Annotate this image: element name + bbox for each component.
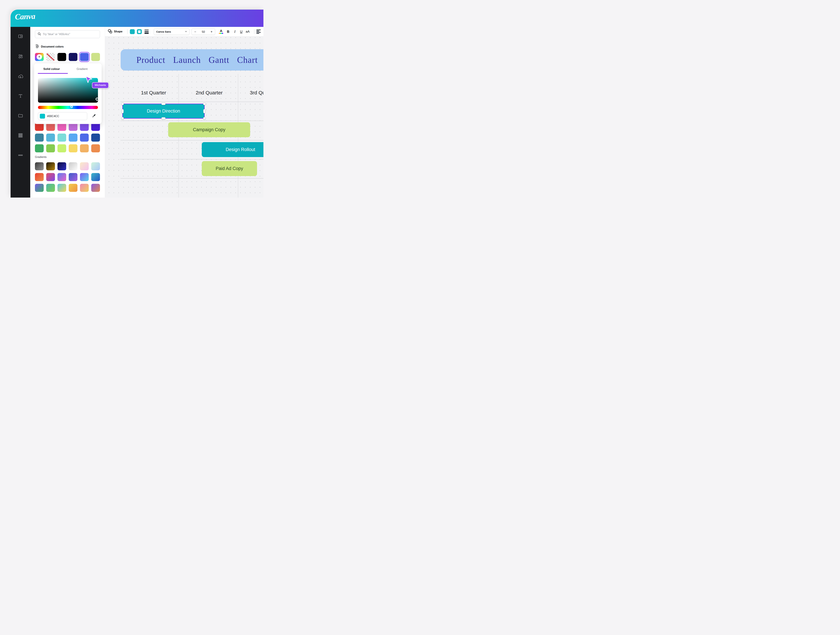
quarter-label-2[interactable]: 2nd Quarter <box>196 90 223 96</box>
gradient-swatch[interactable] <box>35 184 44 192</box>
shape-icon <box>108 29 112 34</box>
quarter-label-3[interactable]: 3rd Quarter <box>250 90 264 96</box>
font-selector[interactable]: Canva Sans <box>154 28 189 35</box>
row-line <box>120 178 264 178</box>
font-size-decrease-button[interactable]: − <box>192 30 199 34</box>
resize-handle[interactable] <box>122 109 124 113</box>
color-swatch[interactable] <box>91 144 100 152</box>
text-color-button[interactable]: A <box>219 29 223 34</box>
sidebar-item-apps[interactable] <box>17 132 24 139</box>
hue-slider[interactable] <box>38 106 98 109</box>
row-line <box>120 140 264 141</box>
gradient-swatch[interactable] <box>69 173 77 181</box>
sidebar-item-uploads[interactable] <box>17 73 24 81</box>
border-color-chip[interactable] <box>137 29 142 34</box>
resize-handle[interactable] <box>121 103 124 105</box>
hue-handle[interactable] <box>70 106 73 108</box>
task-bar-paid-ad-copy[interactable]: Paid Ad Copy <box>202 161 257 176</box>
eyedropper-button[interactable] <box>91 113 97 119</box>
font-size-increase-button[interactable]: + <box>208 30 215 34</box>
text-align-button[interactable] <box>256 30 261 34</box>
bold-button[interactable]: B <box>226 29 231 34</box>
tab-gradient[interactable]: Gradient <box>77 67 87 71</box>
color-swatch[interactable] <box>80 144 89 152</box>
gradient-swatch[interactable] <box>46 162 55 171</box>
add-color-button[interactable]: + <box>35 53 44 61</box>
align-icon <box>256 30 261 30</box>
resize-handle[interactable] <box>121 117 124 120</box>
color-swatch[interactable] <box>80 123 89 131</box>
document-color-swatch[interactable] <box>57 53 66 61</box>
gradient-swatch[interactable] <box>91 173 100 181</box>
gradient-swatch[interactable] <box>35 173 44 181</box>
sidebar-item-text[interactable] <box>17 93 24 100</box>
task-bar-design-rollout[interactable]: Design Rollout <box>202 142 264 157</box>
hex-value: #00C4CC <box>47 115 59 118</box>
document-color-swatch[interactable] <box>91 53 100 61</box>
gantt-title-banner[interactable]: Product Launch Gantt Chart <box>121 49 264 71</box>
hex-input[interactable]: #00C4CC <box>38 112 87 120</box>
gradient-swatch[interactable] <box>69 184 77 192</box>
resize-handle[interactable] <box>203 103 205 105</box>
color-swatch[interactable] <box>35 134 44 142</box>
color-swatch[interactable] <box>35 123 44 131</box>
underline-button[interactable]: U <box>239 29 244 34</box>
color-swatch[interactable] <box>46 144 55 152</box>
color-swatch[interactable] <box>80 134 89 142</box>
color-swatch[interactable] <box>69 123 77 131</box>
color-swatch[interactable] <box>57 123 66 131</box>
color-picker-popup: Solid colour Gradient #00C4CC <box>34 63 102 124</box>
transparent-swatch[interactable] <box>46 53 55 61</box>
color-swatch[interactable] <box>91 134 100 142</box>
document-color-swatch[interactable] <box>69 53 77 61</box>
sidebar-item-projects[interactable] <box>17 112 24 120</box>
font-size-value[interactable]: 50 <box>199 30 208 33</box>
document-color-swatch[interactable] <box>80 53 89 61</box>
shape-button[interactable]: Shape <box>108 27 123 36</box>
resize-handle[interactable] <box>161 117 166 119</box>
gradient-swatch[interactable] <box>57 162 66 171</box>
color-swatch[interactable] <box>57 144 66 152</box>
resize-handle[interactable] <box>203 117 205 120</box>
color-swatch[interactable] <box>91 123 100 131</box>
border-weight-button[interactable] <box>144 30 149 34</box>
picker-tabs: Solid colour Gradient <box>34 63 102 74</box>
text-case-button[interactable]: aA <box>245 29 250 34</box>
task-bar-campaign-copy[interactable]: Campaign Copy <box>168 122 250 137</box>
tab-solid-colour[interactable]: Solid colour <box>43 67 60 71</box>
design-canvas[interactable]: Product Launch Gantt Chart 1st Quarter 2… <box>105 36 264 197</box>
gradient-swatch[interactable] <box>46 184 55 192</box>
gradient-swatch[interactable] <box>80 184 89 192</box>
quarter-label-1[interactable]: 1st Quarter <box>141 90 166 96</box>
gradient-swatch[interactable] <box>80 173 89 181</box>
gradient-swatch[interactable] <box>69 162 77 171</box>
color-swatch[interactable] <box>46 123 55 131</box>
gradient-swatch[interactable] <box>80 162 89 171</box>
gradient-swatch[interactable] <box>91 162 100 171</box>
color-swatch[interactable] <box>57 134 66 142</box>
italic-button[interactable]: I <box>232 29 237 34</box>
sidebar-item-design[interactable] <box>17 33 24 40</box>
search-input[interactable] <box>43 33 100 36</box>
fill-color-chip[interactable] <box>130 29 135 34</box>
border-weight-icon <box>144 30 149 30</box>
sidebar-item-elements[interactable] <box>17 53 24 60</box>
color-swatch[interactable] <box>69 134 77 142</box>
resize-handle[interactable] <box>161 103 166 105</box>
color-swatch[interactable] <box>69 144 77 152</box>
gradient-swatch[interactable] <box>57 173 66 181</box>
sidebar-item-more[interactable] <box>17 152 24 159</box>
plus-icon: + <box>36 54 42 60</box>
gradient-swatch[interactable] <box>46 173 55 181</box>
saturation-area[interactable] <box>38 78 98 103</box>
color-search[interactable] <box>35 30 100 38</box>
canva-logo[interactable]: Canva <box>15 12 35 21</box>
gradient-swatch[interactable] <box>91 184 100 192</box>
gradient-swatch[interactable] <box>57 184 66 192</box>
color-swatch[interactable] <box>35 144 44 152</box>
task-bar-design-direction[interactable]: Design Direction <box>122 104 205 118</box>
resize-handle[interactable] <box>203 109 205 113</box>
color-swatch[interactable] <box>46 134 55 142</box>
gradient-swatch[interactable] <box>35 162 44 171</box>
saturation-handle[interactable] <box>96 98 99 101</box>
